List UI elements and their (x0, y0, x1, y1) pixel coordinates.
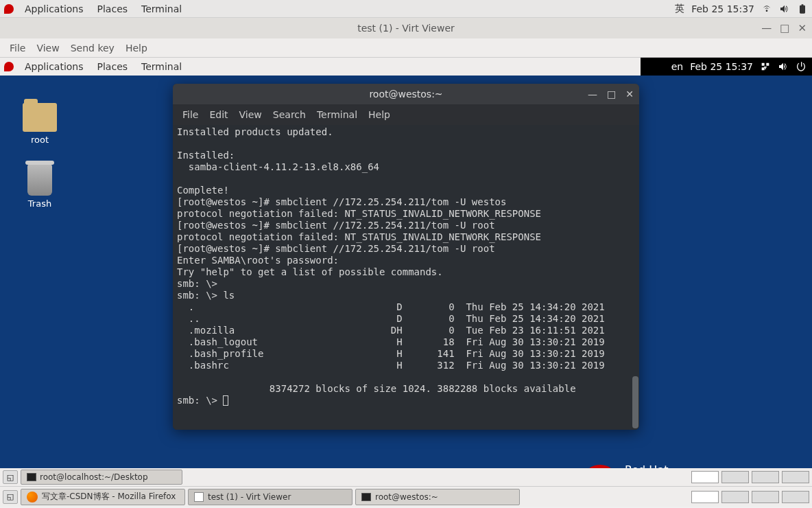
taskbar-item-virt-viewer[interactable]: test (1) - Virt Viewer (188, 489, 353, 505)
volume-icon[interactable] (778, 61, 789, 72)
guest-panel-right: en Feb 25 15:37 (641, 58, 812, 76)
clock[interactable]: Feb 25 15:37 (691, 3, 754, 14)
menu-edit[interactable]: Edit (204, 109, 233, 120)
virt-viewer-icon (194, 492, 204, 502)
tray-widget[interactable] (782, 491, 809, 503)
tray-widget[interactable] (752, 491, 779, 503)
guest-taskbar: ◱ root@localhost:~/Desktop (0, 468, 812, 486)
menu-terminal[interactable]: Terminal (311, 109, 363, 120)
outer-taskbar: ◱ 写文章-CSDN博客 - Mozilla Firefox test (1) … (0, 486, 812, 507)
guest-applications-menu[interactable]: Applications (18, 61, 91, 72)
terminal-output: Installed products updated. Installed: s… (177, 126, 605, 406)
trash-icon (27, 164, 52, 196)
places-menu[interactable]: Places (91, 3, 135, 14)
terminal-window[interactable]: root@westos:~ — □ ✕ File Edit View Searc… (173, 84, 639, 430)
input-method-indicator[interactable]: 英 (675, 3, 684, 15)
terminal-maximize-button[interactable]: □ (607, 89, 616, 99)
menu-file[interactable]: File (4, 43, 31, 54)
guest-input-method[interactable]: en (671, 61, 684, 72)
taskbar-item-label: test (1) - Virt Viewer (208, 492, 291, 502)
wifi-icon[interactable] (761, 3, 772, 14)
network-icon[interactable] (760, 61, 771, 72)
taskbar-item-label: root@localhost:~/Desktop (40, 472, 148, 482)
guest-clock[interactable]: Feb 25 15:37 (690, 61, 753, 72)
guest-tray (691, 471, 809, 483)
desktop-icon-label: Trash (19, 198, 60, 209)
virt-viewer-window: test (1) - Virt Viewer — □ ✕ File View S… (0, 18, 812, 486)
firefox-icon (27, 492, 38, 503)
close-button[interactable]: ✕ (798, 23, 807, 34)
minimize-button[interactable]: — (761, 23, 772, 34)
terminal-menubar: File Edit View Search Terminal Help (173, 104, 639, 125)
menu-help[interactable]: Help (120, 43, 153, 54)
guest-desktop[interactable]: root Trash root@westos:~ — □ ✕ File Edit… (0, 76, 812, 468)
applications-menu[interactable]: Applications (18, 3, 91, 14)
menu-file[interactable]: File (177, 109, 204, 120)
guest-terminal-menu[interactable]: Terminal (134, 61, 189, 72)
redhat-logo: Red Hat Enterprise Linux (584, 463, 737, 468)
terminal-icon (361, 493, 371, 501)
battery-icon[interactable] (797, 3, 808, 14)
tray-widget[interactable] (782, 471, 809, 483)
desktop-icon-label: root (19, 135, 60, 145)
desktop-icon-root-folder[interactable]: root (19, 103, 60, 145)
taskbar-item-label: root@westos:~ (375, 492, 438, 502)
taskbar-item-firefox[interactable]: 写文章-CSDN博客 - Mozilla Firefox (21, 489, 185, 505)
folder-icon (23, 103, 57, 132)
desktop-icon-trash[interactable]: Trash (19, 164, 60, 209)
terminal-minimize-button[interactable]: — (588, 89, 597, 99)
guest-places-menu[interactable]: Places (91, 61, 135, 72)
virt-viewer-menubar: File View Send key Help (0, 38, 812, 58)
host-tray (691, 491, 809, 503)
terminal-cursor (223, 395, 228, 406)
gnome-logo-icon (4, 4, 14, 14)
virt-viewer-titlebar[interactable]: test (1) - Virt Viewer — □ ✕ (0, 18, 812, 38)
terminal-title: root@westos:~ (369, 89, 442, 100)
menu-sendkey[interactable]: Send key (65, 43, 120, 54)
menu-search[interactable]: Search (267, 109, 311, 120)
tray-widget[interactable] (721, 491, 749, 503)
volume-icon[interactable] (779, 3, 790, 14)
menu-help[interactable]: Help (363, 109, 396, 120)
menu-view[interactable]: View (31, 43, 64, 54)
terminal-titlebar[interactable]: root@westos:~ — □ ✕ (173, 84, 639, 104)
menu-view[interactable]: View (234, 109, 267, 120)
scrollbar-thumb[interactable] (632, 376, 638, 428)
tray-widget[interactable] (721, 471, 749, 483)
terminal-menu[interactable]: Terminal (134, 3, 189, 14)
redhat-text-1: Red Hat (625, 463, 737, 468)
terminal-close-button[interactable]: ✕ (625, 89, 634, 99)
terminal-body[interactable]: Installed products updated. Installed: s… (173, 125, 639, 430)
tray-widget[interactable] (752, 471, 779, 483)
outer-top-panel: Applications Places Terminal 英 Feb 25 15… (0, 0, 812, 18)
maximize-button[interactable]: □ (780, 23, 789, 34)
taskbar-item-terminal[interactable]: root@westos:~ (355, 489, 520, 505)
workspace-switcher[interactable]: ◱ (3, 490, 18, 504)
gnome-logo-icon (4, 62, 14, 71)
power-icon[interactable] (796, 61, 807, 72)
taskbar-item-label: 写文章-CSDN博客 - Mozilla Firefox (42, 491, 176, 503)
tray-widget[interactable] (691, 471, 719, 483)
virt-viewer-title: test (1) - Virt Viewer (357, 23, 455, 34)
guest-top-panel: Applications Places Terminal en Feb 25 1… (0, 58, 812, 76)
terminal-icon (27, 473, 36, 481)
taskbar-item-terminal[interactable]: root@localhost:~/Desktop (21, 470, 182, 485)
workspace-switcher[interactable]: ◱ (3, 470, 18, 484)
tray-widget[interactable] (691, 491, 719, 503)
